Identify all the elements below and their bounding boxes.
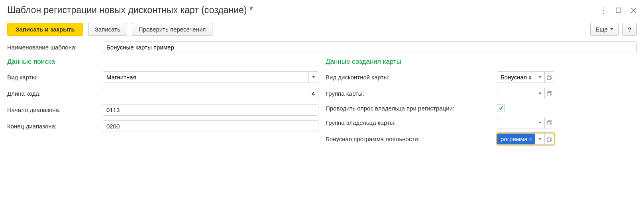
check-intersections-button[interactable]: Проверить пересечения	[132, 23, 213, 36]
svg-rect-8	[547, 122, 551, 125]
survey-label: Проводить опрос владельца при регистраци…	[326, 105, 497, 112]
discount-type-dropdown-button[interactable]	[535, 72, 544, 83]
code-length-input[interactable]	[103, 88, 318, 99]
card-type-select[interactable]	[103, 71, 318, 83]
template-name-input[interactable]	[103, 41, 637, 53]
owner-group-input[interactable]	[497, 117, 535, 128]
range-start-input[interactable]	[103, 104, 318, 116]
more-label: Еще	[595, 26, 608, 33]
close-icon[interactable]	[630, 7, 637, 14]
range-start-label: Начало диапазона:	[7, 106, 103, 113]
loyalty-label: Бонусная программа лояльности:	[326, 136, 497, 142]
discount-type-input[interactable]	[497, 72, 535, 83]
card-type-input[interactable]	[103, 72, 308, 83]
card-group-dropdown-button[interactable]	[535, 88, 544, 99]
card-group-input[interactable]	[497, 88, 535, 99]
kebab-menu-icon[interactable]: ⋮	[600, 7, 607, 14]
discount-type-open-button[interactable]	[544, 72, 554, 83]
chevron-down-icon	[538, 122, 542, 124]
window-title: Шаблон регистрации новых дисконтных карт…	[7, 5, 253, 16]
template-name-label: Наименование шаблона:	[7, 44, 103, 51]
owner-group-dropdown-button[interactable]	[535, 117, 544, 128]
svg-rect-10	[547, 138, 551, 142]
maximize-icon[interactable]	[615, 7, 622, 14]
create-section-title: Данные создания карты	[326, 58, 637, 66]
survey-checkbox[interactable]	[497, 104, 505, 112]
range-end-label: Конец диапазона:	[7, 123, 103, 130]
loyalty-open-button[interactable]	[544, 134, 554, 144]
owner-group-open-button[interactable]	[544, 117, 554, 128]
save-and-close-button[interactable]: Записать и закрыть	[7, 23, 83, 36]
discount-type-select[interactable]	[497, 71, 554, 83]
code-length-label: Длина кода:	[7, 90, 103, 97]
svg-rect-6	[547, 93, 551, 96]
owner-group-select[interactable]	[497, 117, 554, 128]
loyalty-dropdown-button[interactable]	[535, 134, 544, 144]
svg-rect-0	[616, 8, 621, 13]
search-section-title: Данные поиска	[7, 58, 318, 66]
svg-rect-4	[547, 76, 551, 80]
chevron-down-icon	[538, 138, 542, 140]
card-group-select[interactable]	[497, 88, 554, 99]
card-group-open-button[interactable]	[544, 88, 554, 99]
card-type-label: Вид карты:	[7, 74, 103, 81]
card-group-label: Группа карты:	[326, 90, 497, 97]
range-end-input[interactable]	[103, 120, 318, 132]
chevron-down-icon	[538, 76, 542, 78]
more-button[interactable]: Еще	[590, 23, 618, 36]
loyalty-select[interactable]	[497, 133, 554, 145]
card-type-dropdown-button[interactable]	[308, 72, 318, 83]
help-button[interactable]: ?	[622, 23, 637, 36]
chevron-down-icon	[538, 93, 542, 95]
discount-type-label: Вид дисконтной карты:	[326, 74, 497, 81]
chevron-down-icon	[312, 76, 315, 78]
save-button[interactable]: Записать	[88, 23, 127, 36]
loyalty-input[interactable]	[497, 134, 535, 144]
chevron-down-icon	[610, 28, 613, 30]
owner-group-label: Группа владельца карты:	[326, 119, 497, 126]
